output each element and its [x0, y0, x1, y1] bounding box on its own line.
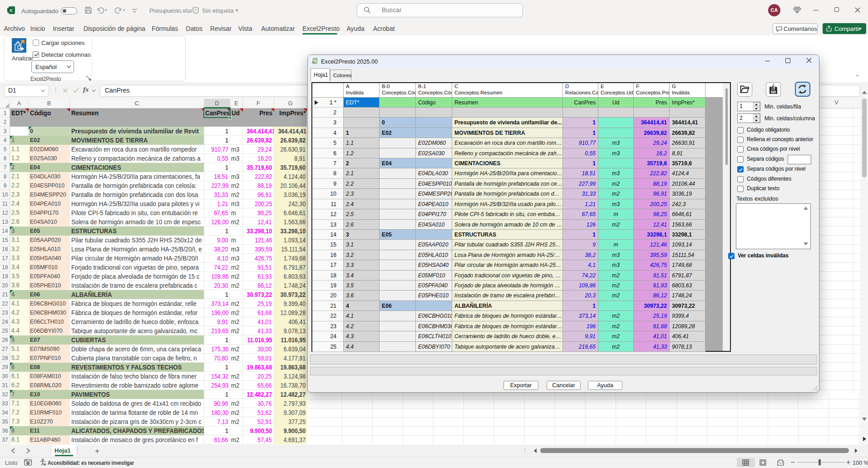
svg-text:25: 25 [312, 61, 316, 64]
svg-text:?: ? [194, 8, 197, 13]
svg-text:X: X [10, 8, 13, 13]
